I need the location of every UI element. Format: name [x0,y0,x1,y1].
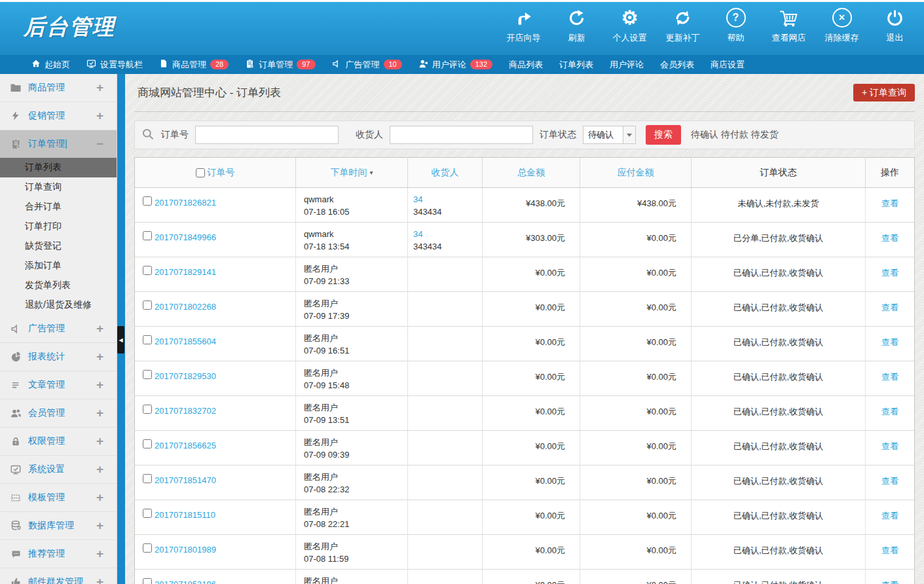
nav-item-order-list[interactable]: 订单列表 [559,59,593,71]
column-header-actions: 操作 [866,158,914,187]
view-order-link[interactable]: 查看 [881,580,898,584]
submenu-item[interactable]: 订单打印 [0,217,117,236]
logout-button[interactable]: 退出 [868,7,921,44]
order-no-link[interactable]: 2017071856625 [155,439,216,452]
row-checkbox[interactable] [143,474,152,483]
consignee-detail: 343434 [413,206,482,218]
order-no-link[interactable]: 2017071802268 [155,301,216,313]
column-header-payable[interactable]: 应付金额 [580,158,692,187]
row-checkbox[interactable] [143,543,152,553]
personal-settings-button[interactable]: ⚙ 个人设置 [603,7,656,44]
row-checkbox[interactable] [143,196,152,206]
row-checkbox[interactable] [143,405,152,414]
order-no-link[interactable]: 2017071851470 [155,474,216,486]
order-query-button[interactable]: + 订单查询 [853,84,915,101]
column-header-total[interactable]: 总金额 [483,158,580,187]
search-button[interactable]: 搜索 [646,125,681,145]
row-checkbox[interactable] [143,439,152,448]
submenu-item[interactable]: 退款/退货及维修 [0,295,117,315]
view-order-link[interactable]: 查看 [881,372,898,382]
order-no-link[interactable]: 2017071815110 [155,509,215,521]
nav-item-home[interactable]: 起始页 [31,59,70,71]
column-header-consignee[interactable]: 收货人 [408,158,483,187]
sidebar-collapse-handle[interactable]: ◀ [117,326,124,354]
row-checkbox[interactable] [143,509,152,518]
submenu-item[interactable]: 订单查询 [0,177,117,197]
submenu-item[interactable]: 缺货登记 [0,236,117,256]
sidebar-item-members[interactable]: 会员管理 + [0,399,117,428]
nav-item-product-list[interactable]: 商品列表 [509,59,543,71]
sidebar-item-system[interactable]: 系统设置 + [0,456,117,484]
submenu-item[interactable]: 添加订单 [0,256,117,276]
clear-cache-button[interactable]: × 清除缓存 [815,7,868,44]
sidebar-item-promotions[interactable]: 促销管理 + [0,102,117,130]
nav-item-user-comment-list[interactable]: 用户评论 [610,59,644,71]
order-no-link[interactable]: 2017071829530 [155,370,216,382]
row-checkbox[interactable] [143,578,152,584]
consignee-link[interactable]: 34 [413,194,422,204]
select-all-checkbox[interactable] [196,168,205,177]
wizard-button[interactable]: 开店向导 [497,7,550,44]
row-checkbox[interactable] [143,301,152,310]
sidebar-item-articles[interactable]: 文章管理 + [0,371,117,399]
consignee-link[interactable]: 34 [413,229,422,239]
order-time-cell: 匿名用户 07-08 11:59 [296,535,408,569]
buyer-name: 匿名用户 [304,436,407,448]
view-order-link[interactable]: 查看 [881,198,898,208]
sidebar-item-ads[interactable]: 广告管理 + [0,315,117,343]
row-checkbox[interactable] [143,370,152,379]
refresh-button[interactable]: 刷新 [550,7,603,44]
sidebar-item-database[interactable]: 数据库管理 + [0,512,117,540]
header-action-bar: 开店向导 刷新 ⚙ 个人设置 更新补丁 ? 帮助 [497,7,921,44]
sidebar-item-mass-mail[interactable]: 邮件群发管理 + [0,568,117,584]
view-order-link[interactable]: 查看 [881,476,898,486]
view-order-link[interactable]: 查看 [881,441,898,451]
nav-item-orders[interactable]: 订单管理 97 [245,59,315,71]
order-no-link[interactable]: 2017071801989 [155,543,216,556]
submenu-item[interactable]: 订单列表 [0,158,117,177]
update-patch-button[interactable]: 更新补丁 [656,7,709,44]
order-no-link[interactable]: 2017071853196 [155,578,216,584]
column-header-order-no[interactable]: 订单号 [135,158,296,187]
nav-item-setup-navbar[interactable]: 设置导航栏 [86,59,143,71]
sidebar-item-templates[interactable]: 模板管理 + [0,484,117,512]
row-checkbox[interactable] [143,231,152,240]
submenu-item[interactable]: 发货单列表 [0,276,117,295]
view-store-button[interactable]: 查看网店 [762,7,815,44]
order-no-link[interactable]: 2017071826821 [155,196,216,209]
payable-amount-cell: ¥0.00元 [580,396,692,430]
sidebar-item-products[interactable]: 商品管理 + [0,74,117,102]
view-order-link[interactable]: 查看 [881,337,898,347]
sidebar-item-recommendations[interactable]: 推荐管理 + [0,540,117,568]
view-order-link[interactable]: 查看 [881,511,898,520]
order-no-link[interactable]: 2017071849966 [155,231,216,244]
order-time-cell: 匿名用户 07-09 13:51 [296,396,408,430]
order-no-link[interactable]: 2017071855604 [155,335,216,348]
order-no-input[interactable] [195,126,339,144]
order-row: 2017071815110 匿名用户 07-08 22:21 ¥0.00元 [135,500,914,535]
nav-item-member-list[interactable]: 会员列表 [660,59,694,71]
view-order-link[interactable]: 查看 [881,407,898,416]
sidebar-item-reports[interactable]: 报表统计 + [0,343,117,371]
order-no-link[interactable]: 2017071829141 [155,266,216,278]
consignee-input[interactable] [390,126,533,144]
row-checkbox[interactable] [143,266,152,275]
view-order-link[interactable]: 查看 [881,268,898,278]
help-button[interactable]: ? 帮助 [709,7,762,44]
nav-item-ads[interactable]: 广告管理 10 [332,59,402,71]
column-header-order-time[interactable]: 下单时间 ▾ [296,158,408,187]
order-status-select[interactable]: 待确认 [583,126,636,144]
sidebar-item-permissions[interactable]: 权限管理 + [0,428,117,456]
submenu-item[interactable]: 合并订单 [0,197,117,217]
sidebar-item-orders[interactable]: 订单管理| − [0,130,117,158]
order-no-cell: 2017071849966 [135,223,296,257]
nav-item-products[interactable]: 商品管理 28 [159,59,229,71]
row-checkbox[interactable] [143,335,152,344]
nav-item-store-settings[interactable]: 商店设置 [711,59,745,71]
order-no-link[interactable]: 2017071832702 [155,405,216,417]
nav-item-user-comments[interactable]: 用户评论 132 [418,59,492,71]
consignee-cell [408,327,483,361]
view-order-link[interactable]: 查看 [881,233,898,243]
view-order-link[interactable]: 查看 [881,302,898,312]
view-order-link[interactable]: 查看 [881,545,898,555]
